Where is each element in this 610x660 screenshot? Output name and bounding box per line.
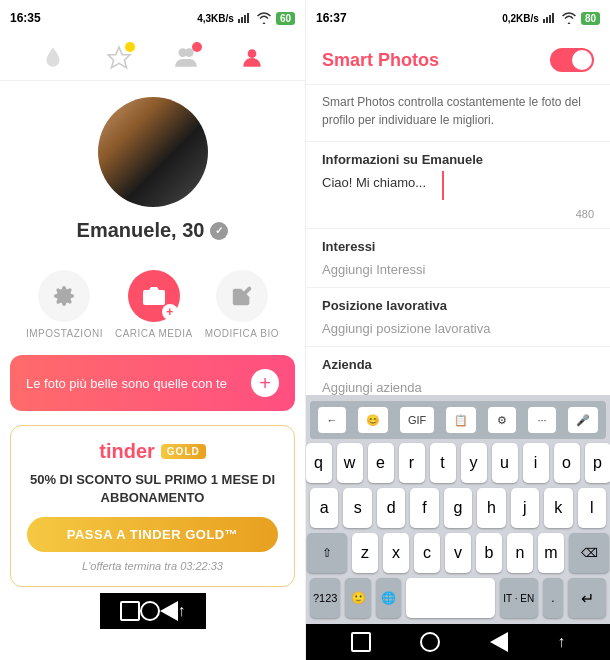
bottom-back-icon-right[interactable] [490, 632, 508, 652]
key-l[interactable]: l [578, 488, 606, 528]
edit-icon [216, 270, 268, 322]
kb-emoji-button[interactable]: 😊 [358, 407, 388, 433]
key-e[interactable]: e [368, 443, 394, 483]
keyboard-bottom-row: ?123 🙂 🌐 IT · EN . ↵ [310, 578, 606, 618]
field-header-bio: Informazioni su Emanuele [306, 142, 610, 171]
keyboard-toolbar: ← 😊 GIF 📋 ⚙ ··· 🎤 [310, 401, 606, 439]
field-value-company[interactable]: Aggiungi azienda [306, 376, 610, 395]
upload-label: CARICA MEDIA [115, 328, 193, 339]
key-b[interactable]: b [476, 533, 502, 573]
key-d[interactable]: d [377, 488, 405, 528]
kb-mic-button[interactable]: 🎤 [568, 407, 598, 433]
add-photo-banner[interactable]: Le foto più belle sono quelle con te + [10, 355, 295, 411]
svg-rect-10 [546, 17, 548, 23]
key-y[interactable]: y [461, 443, 487, 483]
smart-photos-toggle[interactable] [550, 48, 594, 72]
key-x[interactable]: x [383, 533, 409, 573]
kb-back-button[interactable]: ← [318, 407, 346, 433]
bottom-person-icon-left[interactable]: ↑ [178, 602, 186, 620]
bottom-square-icon-right[interactable] [351, 632, 371, 652]
key-w[interactable]: w [337, 443, 363, 483]
key-v[interactable]: v [445, 533, 471, 573]
settings-label: IMPOSTAZIONI [26, 328, 103, 339]
key-o[interactable]: o [554, 443, 580, 483]
key-return[interactable]: ↵ [568, 578, 606, 618]
key-smiley[interactable]: 🙂 [345, 578, 370, 618]
key-backspace[interactable]: ⌫ [569, 533, 609, 573]
key-h[interactable]: h [477, 488, 505, 528]
key-n[interactable]: n [507, 533, 533, 573]
toggle-knob [572, 50, 592, 70]
key-shift[interactable]: ⇧ [307, 533, 347, 573]
time-left: 16:35 [10, 11, 41, 25]
bottom-person-icon-right[interactable]: ↑ [557, 633, 565, 651]
key-language[interactable]: IT · EN [500, 578, 538, 618]
field-section-company: Azienda Aggiungi azienda [306, 347, 610, 395]
edit-bio-label: MODIFICA BIO [205, 328, 279, 339]
status-icons-right: 0,2KB/s 80 [502, 12, 600, 25]
kb-more-button[interactable]: ··· [528, 407, 556, 433]
key-j[interactable]: j [511, 488, 539, 528]
key-k[interactable]: k [544, 488, 572, 528]
key-space[interactable] [406, 578, 495, 618]
field-section-job: Posizione lavorativa Aggiungi posizione … [306, 288, 610, 347]
gold-badge: GOLD [161, 444, 206, 459]
key-i[interactable]: i [523, 443, 549, 483]
bottom-square-icon-left[interactable] [120, 601, 140, 621]
key-g[interactable]: g [444, 488, 472, 528]
field-section-bio: Informazioni su Emanuele Ciao! Mi chiamo… [306, 142, 610, 229]
verified-icon: ✓ [210, 222, 228, 240]
bottom-nav-right: ↑ [306, 624, 610, 660]
key-u[interactable]: u [492, 443, 518, 483]
add-banner-plus-icon: + [251, 369, 279, 397]
bottom-circle-icon-right[interactable] [420, 632, 440, 652]
status-bar-left: 16:35 4,3KB/s 60 [0, 0, 305, 36]
svg-rect-9 [543, 19, 545, 23]
key-a[interactable]: a [310, 488, 338, 528]
kb-clipboard-button[interactable]: 📋 [446, 407, 476, 433]
key-t[interactable]: t [430, 443, 456, 483]
key-m[interactable]: m [538, 533, 564, 573]
bottom-back-icon-left[interactable] [160, 601, 178, 621]
smart-photos-description: Smart Photos controlla costantemente le … [306, 85, 610, 142]
smart-photos-title: Smart Photos [322, 50, 439, 71]
people-nav-icon[interactable] [170, 42, 202, 74]
keyboard-row-3: ⇧ z x c v b n m ⌫ [310, 533, 606, 573]
field-header-job: Posizione lavorativa [306, 288, 610, 317]
key-globe[interactable]: 🌐 [376, 578, 401, 618]
flame-nav-icon[interactable] [37, 42, 69, 74]
action-buttons: IMPOSTAZIONI + CARICA MEDIA MODIFICA BIO [0, 252, 305, 347]
key-q[interactable]: q [306, 443, 332, 483]
keyboard: ← 😊 GIF 📋 ⚙ ··· 🎤 q w e r t y u i o p a … [306, 395, 610, 624]
time-right: 16:37 [316, 11, 347, 25]
signal-icon-right [543, 13, 557, 23]
tinder-logo: tinder GOLD [27, 440, 278, 463]
field-section-interests: Interessi Aggiungi Interessi [306, 229, 610, 288]
key-s[interactable]: s [343, 488, 371, 528]
key-r[interactable]: r [399, 443, 425, 483]
banner-text: Le foto più belle sono quelle con te [26, 376, 227, 391]
field-value-interests[interactable]: Aggiungi Interessi [306, 258, 610, 287]
key-p[interactable]: p [585, 443, 611, 483]
key-c[interactable]: c [414, 533, 440, 573]
key-numbers[interactable]: ?123 [310, 578, 340, 618]
svg-rect-2 [244, 15, 246, 23]
gold-subscribe-button[interactable]: PASSA A TINDER GOLD™ [27, 517, 278, 552]
avatar [98, 97, 208, 207]
bottom-circle-icon-left[interactable] [140, 601, 160, 621]
kb-settings-button[interactable]: ⚙ [488, 407, 516, 433]
key-f[interactable]: f [410, 488, 438, 528]
field-value-job[interactable]: Aggiungi posizione lavorativa [306, 317, 610, 346]
key-z[interactable]: z [352, 533, 378, 573]
star-nav-icon[interactable] [103, 42, 135, 74]
kb-gif-button[interactable]: GIF [400, 407, 434, 433]
upload-button[interactable]: + CARICA MEDIA [115, 270, 193, 339]
profile-name: Emanuele, 30 ✓ [77, 219, 229, 242]
settings-button[interactable]: IMPOSTAZIONI [26, 270, 103, 339]
edit-bio-button[interactable]: MODIFICA BIO [205, 270, 279, 339]
person-nav-icon[interactable] [236, 42, 268, 74]
key-period[interactable]: . [543, 578, 563, 618]
status-bar-right: 16:37 0,2KB/s 80 [306, 0, 610, 36]
field-value-bio[interactable]: Ciao! Mi chiamo... [322, 171, 444, 200]
camera-icon: + [128, 270, 180, 322]
